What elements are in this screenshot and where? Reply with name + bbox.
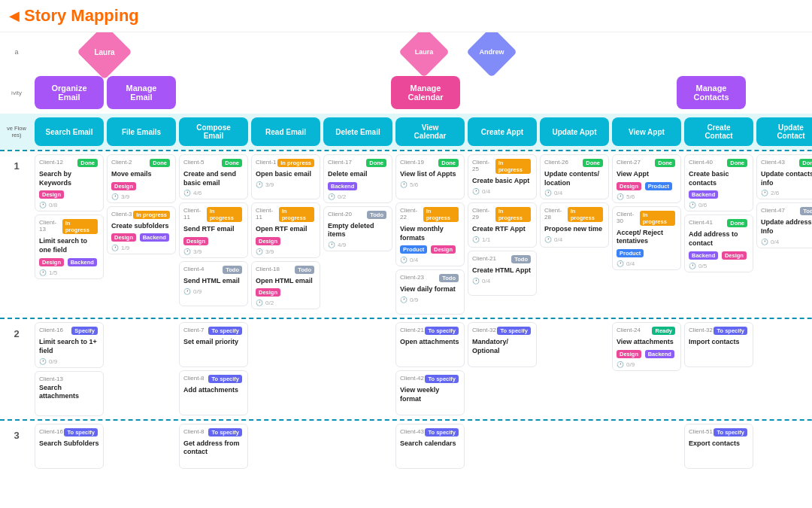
task-card[interactable]: Client-30 In progress Accept/ Reject ten… <box>612 206 681 270</box>
sprint2-row: 2 Client-16 Specify Limit search to 1+ f… <box>0 319 812 418</box>
task-title: Create basic contacts <box>689 170 749 187</box>
task-card[interactable]: Client-41 Done Add address to contact Ba… <box>684 214 753 272</box>
status-badge: To specify <box>208 428 242 437</box>
task-card[interactable]: Client-32 To specify Mandatory/ Optional <box>468 322 537 367</box>
client-id: Client-11 <box>256 207 279 224</box>
flow-read-email[interactable]: Read Email <box>251 117 320 146</box>
task-card[interactable]: Client-16 To specify Search Subfolders <box>35 424 104 469</box>
status-badge: Done <box>583 159 603 167</box>
client-id: Client-43 <box>761 159 785 169</box>
back-arrow-icon[interactable]: ◀ <box>9 8 20 24</box>
task-meta: 🕐0/5 <box>689 263 749 269</box>
task-card[interactable]: Client-11 In progress Send RTF email Des… <box>179 202 248 258</box>
client-id: Client-42 <box>400 375 424 385</box>
task-card[interactable]: Client-28 In progress Propose new time 🕐… <box>540 202 609 248</box>
task-meta: 🕐1/9 <box>111 245 171 251</box>
status-badge: In progress <box>495 159 531 174</box>
flow-label: ve Flowres) <box>0 123 33 140</box>
flow-create-contact[interactable]: CreateContact <box>684 117 753 146</box>
client-id: Client-41 <box>689 219 713 229</box>
task-card[interactable]: Client-25 In progress Create basic Appt … <box>468 154 537 199</box>
task-meta: 🕐0/2 <box>256 300 316 306</box>
activity-manage-contacts[interactable]: ManageContacts <box>677 76 746 109</box>
task-card[interactable]: Client-13 In progress Limit search to on… <box>35 214 104 278</box>
task-card[interactable]: Client-11 In progress Open RTF email Des… <box>251 202 320 258</box>
badge-product: Product <box>645 182 672 190</box>
task-card[interactable]: Client-23 Todo View daily format 🕐0/9 <box>395 269 465 315</box>
flow-compose-email[interactable]: ComposeEmail <box>179 117 248 146</box>
task-card[interactable]: Client-4 Todo Send HTML email 🕐0/9 <box>179 261 248 306</box>
task-card[interactable]: Client-51 To specify Export contacts <box>684 424 753 469</box>
task-card[interactable]: Client-27 Done View Appt Design Product … <box>612 154 681 203</box>
task-title: Search Subfolders <box>39 440 99 449</box>
task-card[interactable]: Client-19 Done View list of Appts 🕐5/6 <box>395 154 465 199</box>
client-id: Client-21 <box>472 255 496 265</box>
badge-design: Design <box>431 245 456 254</box>
flow-update-contact[interactable]: UpdateContact <box>756 117 812 146</box>
task-card[interactable]: Client-16 Specify Limit search to 1+ fie… <box>35 322 104 367</box>
task-meta: 🕐0/9 <box>183 288 244 295</box>
status-badge: In progress <box>133 211 170 219</box>
task-title: Open basic email <box>256 170 316 179</box>
task-card[interactable]: Client-20 Todo Empty deleted items 🕐4/9 <box>323 206 392 251</box>
activity-manage-email[interactable]: ManageEmail <box>107 76 176 109</box>
task-card[interactable]: Client-29 In progress Create RTF Appt 🕐1… <box>468 202 537 248</box>
status-badge: In progress <box>495 207 531 222</box>
client-id: Client-18 <box>256 266 280 275</box>
badge-backend: Backend <box>689 190 718 199</box>
task-card[interactable]: Client-3 In progress Create subfolders D… <box>107 206 176 255</box>
client-id: Client-25 <box>472 159 495 175</box>
story-map-scroll[interactable]: a Laura Laura <box>0 32 812 481</box>
flow-delete-email[interactable]: Delete Email <box>323 117 392 146</box>
page: ◀ Story Mapping a Laura <box>0 0 812 508</box>
flow-search-email[interactable]: Search Email <box>35 117 104 146</box>
badge-backend: Backend <box>645 350 674 358</box>
task-title: Update address Info <box>761 218 812 236</box>
task-card[interactable]: Client-40 Done Create basic contacts Bac… <box>684 154 753 211</box>
flow-update-appt[interactable]: Update Appt <box>540 117 609 146</box>
status-badge: To specify <box>714 428 747 437</box>
task-card[interactable]: Client-2 Done Move emails Design 🕐3/9 <box>107 154 176 203</box>
flow-view-calendar[interactable]: ViewCalendar <box>395 117 465 146</box>
flow-create-appt[interactable]: Create Appt <box>468 117 537 146</box>
task-card[interactable]: Client-43 Done Update contacts info 🕐2/6 <box>756 154 812 199</box>
task-meta: 🕐1/1 <box>472 236 532 243</box>
task-card[interactable]: Client-21 To specify Open attachments <box>395 322 465 367</box>
badge-design: Design <box>39 190 64 199</box>
client-id: Client-5 <box>183 159 205 169</box>
task-card[interactable]: Client-43 To specify Search calendars <box>395 424 465 469</box>
task-card[interactable]: Client-7 To specify Set email priority <box>179 322 248 367</box>
activity-organize-email[interactable]: OrganizeEmail <box>35 76 104 109</box>
sprint2-col-read <box>251 322 320 415</box>
task-card[interactable]: Client-24 Ready View attachments Design … <box>612 322 681 371</box>
flow-view-appt[interactable]: View Appt <box>612 117 681 146</box>
task-card[interactable]: Client-21 Todo Create HTML Appt 🕐0/4 <box>468 251 537 296</box>
sprint2-col-search: Client-16 Specify Limit search to 1+ fie… <box>35 322 104 415</box>
flow-file-emails[interactable]: File Emails <box>107 117 176 146</box>
task-card[interactable]: Client-17 Done Delete email Backend 🕐0/2 <box>323 154 392 203</box>
task-card[interactable]: Client-18 Todo Open HTML email Design 🕐0… <box>251 261 320 310</box>
activity-manage-calendar[interactable]: ManageCalendar <box>391 76 460 109</box>
status-badge: Done <box>727 219 747 227</box>
task-card[interactable]: Client-13 Search attachments <box>35 371 104 416</box>
task-card[interactable]: Client-1 In progress Open basic email 🕐3… <box>251 154 320 199</box>
task-card[interactable]: Client-26 Done Update contents/ location… <box>540 154 609 199</box>
client-id: Client-29 <box>472 207 495 224</box>
client-id: Client-17 <box>328 159 352 169</box>
task-card[interactable]: Client-47 Todo Update address Info 🕐0/4 <box>756 202 812 248</box>
task-card[interactable]: Client-5 Done Create and send basic emai… <box>179 154 248 199</box>
sprint2-col-viewappt: Client-24 Ready View attachments Design … <box>612 322 681 415</box>
task-card[interactable]: Client-22 In progress View monthly forma… <box>395 202 465 266</box>
task-card[interactable]: Client-42 To specify View weekly format <box>395 370 465 415</box>
task-card[interactable]: Client-32 To specify Import contacts <box>684 322 753 367</box>
task-title: View attachments <box>617 338 677 347</box>
activity-row: ivity OrganizeEmail ManageEmail ManageCa… <box>0 71 812 114</box>
task-card[interactable]: Client-8 To specify Get address from con… <box>179 424 248 469</box>
task-title: View list of Appts <box>400 170 460 179</box>
task-card[interactable]: Client-8 To specify Add attachments <box>179 370 248 415</box>
badge-backend: Backend <box>140 233 169 242</box>
status-badge: Todo <box>511 255 531 263</box>
status-badge: To specify <box>714 327 747 335</box>
task-card[interactable]: Client-12 Done Search by Keywords Design… <box>35 154 104 211</box>
status-badge: Done <box>655 159 675 167</box>
